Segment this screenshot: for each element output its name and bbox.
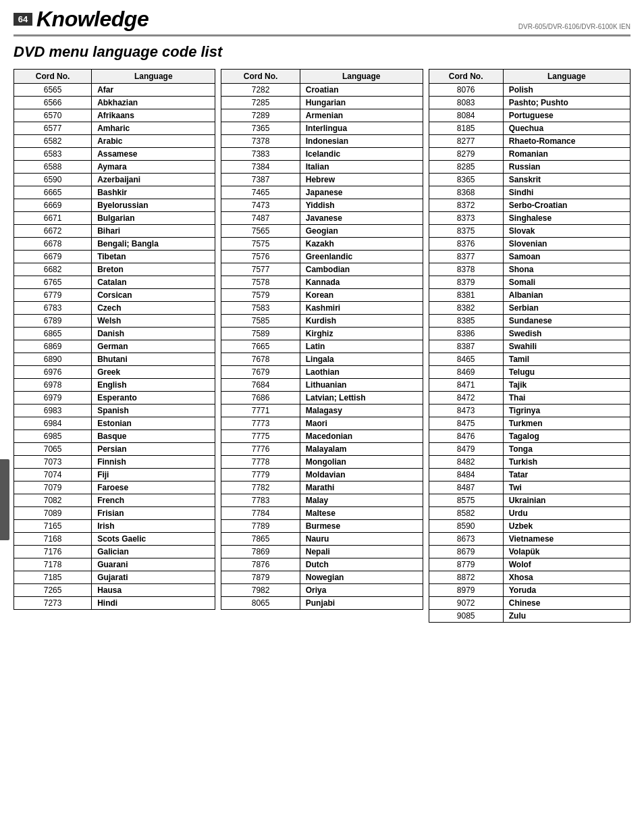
cord-number: 8376 — [429, 238, 503, 251]
cord-number: 7168 — [14, 533, 92, 546]
language-name: Malay — [300, 494, 423, 507]
language-name: Slovenian — [503, 238, 630, 251]
table-row: 8375Slovak — [429, 225, 630, 238]
cord-number: 8277 — [429, 135, 503, 148]
language-table-1: Cord No. Language 6565Afar6566Abkhazian6… — [14, 69, 215, 610]
language-name: Romanian — [503, 148, 630, 161]
cord-number: 7383 — [221, 148, 300, 161]
cord-number: 8387 — [429, 340, 503, 353]
table-row: 7185Gujarati — [14, 571, 215, 584]
cord-number: 8673 — [429, 533, 503, 546]
table-row: 6665Bashkir — [14, 186, 215, 199]
cord-number: 7982 — [221, 584, 300, 597]
table-row: 6678Bengali; Bangla — [14, 238, 215, 251]
language-name: Russian — [503, 161, 630, 174]
language-name: Faroese — [92, 481, 215, 494]
language-name: Afar — [92, 84, 215, 97]
cord-number: 8469 — [429, 366, 503, 379]
language-name: Nowegian — [300, 571, 423, 584]
language-name: Shona — [503, 263, 630, 276]
cord-number: 7384 — [221, 161, 300, 174]
language-name: Hebrew — [300, 174, 423, 186]
language-name: Kirghiz — [300, 328, 423, 340]
language-name: Pashto; Pushto — [503, 97, 630, 109]
table-row: 6566Abkhazian — [14, 97, 215, 109]
cord-number: 9085 — [429, 610, 503, 623]
language-name: Korean — [300, 289, 423, 302]
table-row: 8465Tamil — [429, 353, 630, 366]
language-name: Welsh — [92, 315, 215, 328]
cord-number: 8065 — [221, 597, 300, 610]
language-name: Sindhi — [503, 186, 630, 199]
table2-col2-header: Language — [300, 70, 423, 84]
language-name: Yoruda — [503, 584, 630, 597]
table-row: 8482Turkish — [429, 456, 630, 469]
table-row: 6669Byelorussian — [14, 199, 215, 212]
table-row: 6672Bihari — [14, 225, 215, 238]
language-name: Chinese — [503, 597, 630, 610]
cord-number: 8382 — [429, 302, 503, 315]
language-name: Malayalam — [300, 443, 423, 456]
language-name: Persian — [92, 443, 215, 456]
cord-number: 7782 — [221, 481, 300, 494]
language-name: Oriya — [300, 584, 423, 597]
language-name: Basque — [92, 430, 215, 443]
cord-number: 6565 — [14, 84, 92, 97]
table-row: 7079Faroese — [14, 481, 215, 494]
table-row: 8673Vietnamese — [429, 533, 630, 546]
cord-number: 6577 — [14, 122, 92, 135]
table-row: 8590Uzbek — [429, 520, 630, 533]
table-row: 7773Maori — [221, 417, 423, 430]
table-row: 7678Lingala — [221, 353, 423, 366]
cord-number: 7684 — [221, 379, 300, 392]
cord-number: 6976 — [14, 366, 92, 379]
cord-number: 6779 — [14, 289, 92, 302]
language-name: Tatar — [503, 469, 630, 481]
language-name: Bhutani — [92, 353, 215, 366]
cord-number: 6682 — [14, 263, 92, 276]
table-row: 8381Albanian — [429, 289, 630, 302]
cord-number: 7576 — [221, 251, 300, 263]
table-row: 6976Greek — [14, 366, 215, 379]
page-number: 64 — [14, 13, 32, 26]
table-row: 8365Sanskrit — [429, 174, 630, 186]
cord-number: 6669 — [14, 199, 92, 212]
cord-number: 7771 — [221, 405, 300, 417]
cord-number: 8475 — [429, 417, 503, 430]
table-row: 8469Telugu — [429, 366, 630, 379]
table-row: 7378Indonesian — [221, 135, 423, 148]
table-row: 8487Twi — [429, 481, 630, 494]
cord-number: 6679 — [14, 251, 92, 263]
language-name: Assamese — [92, 148, 215, 161]
table-row: 7273Hindi — [14, 597, 215, 610]
language-name: Bihari — [92, 225, 215, 238]
language-name: Hungarian — [300, 97, 423, 109]
language-name: Turkish — [503, 456, 630, 469]
table-row: 6565Afar — [14, 84, 215, 97]
language-name: Punjabi — [300, 597, 423, 610]
table-row: 8472Thai — [429, 392, 630, 405]
cord-number: 6789 — [14, 315, 92, 328]
cord-number: 7585 — [221, 315, 300, 328]
language-name: Danish — [92, 328, 215, 340]
table-row: 7089Frisian — [14, 507, 215, 520]
table-row: 6869German — [14, 340, 215, 353]
table-row: 6985Basque — [14, 430, 215, 443]
table-row: 7775Macedonian — [221, 430, 423, 443]
cord-number: 6978 — [14, 379, 92, 392]
language-name: Telugu — [503, 366, 630, 379]
cord-number: 6570 — [14, 109, 92, 122]
language-name: Yiddish — [300, 199, 423, 212]
table-row: 8065Punjabi — [221, 597, 423, 610]
language-name: Somali — [503, 276, 630, 289]
language-name: Maori — [300, 417, 423, 430]
language-name: Bengali; Bangla — [92, 238, 215, 251]
table-row: 8084Portuguese — [429, 109, 630, 122]
cord-number: 8381 — [429, 289, 503, 302]
language-name: Thai — [503, 392, 630, 405]
language-name: Scots Gaelic — [92, 533, 215, 546]
language-name: Cambodian — [300, 263, 423, 276]
language-name: Bulgarian — [92, 212, 215, 225]
language-name: Byelorussian — [92, 199, 215, 212]
table-row: 7178Guarani — [14, 558, 215, 571]
